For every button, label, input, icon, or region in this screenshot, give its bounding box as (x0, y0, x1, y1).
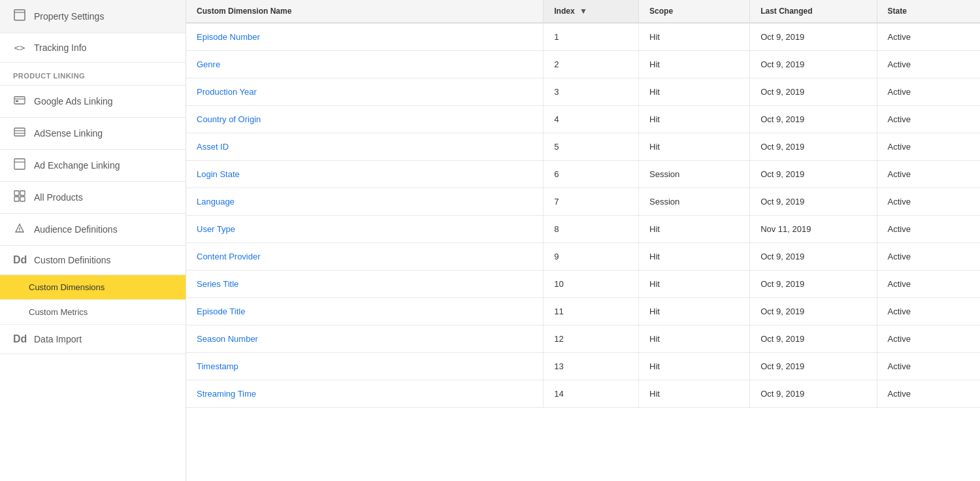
svg-rect-11 (20, 191, 25, 195)
cell-scope: Hit (639, 353, 750, 380)
sidebar-item-label: All Products (34, 192, 83, 203)
cell-name[interactable]: User Type (186, 216, 544, 243)
cell-last-changed: Oct 9, 2019 (750, 161, 877, 188)
col-header-last-changed[interactable]: Last Changed (750, 0, 877, 23)
cell-name[interactable]: Season Number (186, 325, 544, 353)
cell-scope: Hit (639, 106, 750, 133)
cell-last-changed: Oct 9, 2019 (750, 271, 877, 298)
cell-state: Active (877, 133, 980, 161)
sidebar-item-adsense-linking[interactable]: AdSense Linking (0, 118, 186, 150)
dimension-name-link[interactable]: Streaming Time (197, 389, 256, 399)
cell-name[interactable]: Timestamp (186, 353, 544, 380)
adsense-icon (13, 126, 26, 141)
sidebar-sub-item-label: Custom Metrics (29, 307, 88, 317)
dimension-name-link[interactable]: Country of Origin (197, 114, 261, 124)
cell-last-changed: Oct 9, 2019 (750, 188, 877, 216)
sidebar-item-ad-exchange-linking[interactable]: Ad Exchange Linking (0, 150, 186, 182)
col-header-scope[interactable]: Scope (639, 0, 750, 23)
sidebar-item-custom-dimensions[interactable]: Custom Dimensions (0, 275, 186, 300)
dimension-name-link[interactable]: Asset ID (197, 142, 229, 152)
cell-name[interactable]: Streaming Time (186, 380, 544, 408)
cell-scope: Session (639, 161, 750, 188)
cell-scope: Hit (639, 271, 750, 298)
cell-index: 11 (544, 298, 639, 325)
dimension-name-link[interactable]: Login State (197, 169, 240, 179)
cell-state: Active (877, 216, 980, 243)
table-row: Content Provider9HitOct 9, 2019Active (186, 243, 980, 271)
table-header-row: Custom Dimension Name Index ▼ Scope Last… (186, 0, 980, 23)
cell-name[interactable]: Content Provider (186, 243, 544, 271)
dimension-name-link[interactable]: Timestamp (197, 361, 238, 371)
table-row: Episode Number1HitOct 9, 2019Active (186, 23, 980, 51)
cell-name[interactable]: Episode Number (186, 23, 544, 51)
property-settings-icon (13, 9, 26, 24)
svg-point-15 (19, 231, 20, 232)
audience-icon (13, 222, 26, 237)
table-row: Production Year3HitOct 9, 2019Active (186, 78, 980, 106)
sidebar-item-data-import[interactable]: Dd Data Import (0, 325, 186, 354)
svg-rect-0 (14, 10, 25, 20)
cell-scope: Hit (639, 325, 750, 353)
sidebar-item-audience-definitions[interactable]: Audience Definitions (0, 214, 186, 246)
dimension-name-link[interactable]: Content Provider (197, 252, 261, 261)
cell-name[interactable]: Production Year (186, 78, 544, 106)
all-products-icon (13, 190, 26, 205)
cell-state: Active (877, 353, 980, 380)
sidebar-item-custom-definitions[interactable]: Dd Custom Definitions (0, 246, 186, 275)
cell-state: Active (877, 51, 980, 78)
table-row: Series Title10HitOct 9, 2019Active (186, 271, 980, 298)
cell-name[interactable]: Country of Origin (186, 106, 544, 133)
svg-rect-12 (14, 197, 19, 201)
cell-scope: Session (639, 188, 750, 216)
cell-last-changed: Nov 11, 2019 (750, 216, 877, 243)
sidebar-item-all-products[interactable]: All Products (0, 182, 186, 214)
cell-name[interactable]: Login State (186, 161, 544, 188)
sidebar-item-google-ads-linking[interactable]: Google Ads Linking (0, 86, 186, 118)
cell-name[interactable]: Genre (186, 51, 544, 78)
sidebar-item-label: Ad Exchange Linking (34, 160, 120, 171)
table-row: Login State6SessionOct 9, 2019Active (186, 161, 980, 188)
cell-state: Active (877, 271, 980, 298)
cell-state: Active (877, 298, 980, 325)
svg-rect-8 (14, 159, 25, 169)
dimension-name-link[interactable]: Episode Number (197, 32, 260, 42)
dimension-name-link[interactable]: User Type (197, 224, 235, 234)
dimension-name-link[interactable]: Series Title (197, 279, 238, 289)
dimension-name-link[interactable]: Season Number (197, 334, 258, 344)
cell-name[interactable]: Asset ID (186, 133, 544, 161)
cell-index: 13 (544, 353, 639, 380)
cell-name[interactable]: Language (186, 188, 544, 216)
product-linking-section: PRODUCT LINKING (0, 63, 186, 86)
table-row: Language7SessionOct 9, 2019Active (186, 188, 980, 216)
cell-last-changed: Oct 9, 2019 (750, 51, 877, 78)
dimension-name-link[interactable]: Language (197, 197, 235, 207)
table-row: Country of Origin4HitOct 9, 2019Active (186, 106, 980, 133)
sidebar-item-custom-metrics[interactable]: Custom Metrics (0, 300, 186, 325)
col-header-state[interactable]: State (877, 0, 980, 23)
table-row: Timestamp13HitOct 9, 2019Active (186, 353, 980, 380)
dimension-name-link[interactable]: Episode Title (197, 307, 245, 316)
cell-name[interactable]: Episode Title (186, 298, 544, 325)
cell-last-changed: Oct 9, 2019 (750, 353, 877, 380)
cell-last-changed: Oct 9, 2019 (750, 298, 877, 325)
sidebar-item-property-settings[interactable]: Property Settings (0, 0, 186, 33)
cell-scope: Hit (639, 23, 750, 51)
cell-name[interactable]: Series Title (186, 271, 544, 298)
cell-scope: Hit (639, 298, 750, 325)
sidebar-item-tracking-info[interactable]: <> Tracking Info (0, 33, 186, 63)
cell-last-changed: Oct 9, 2019 (750, 133, 877, 161)
cell-index: 9 (544, 243, 639, 271)
cell-index: 5 (544, 133, 639, 161)
main-content: Custom Dimension Name Index ▼ Scope Last… (186, 0, 980, 481)
dimension-name-link[interactable]: Production Year (197, 87, 257, 97)
col-header-name[interactable]: Custom Dimension Name (186, 0, 544, 23)
dimension-name-link[interactable]: Genre (197, 59, 220, 69)
cell-last-changed: Oct 9, 2019 (750, 78, 877, 106)
sidebar-item-label: Property Settings (34, 11, 104, 22)
svg-rect-4 (16, 101, 18, 103)
custom-definitions-icon: Dd (13, 254, 26, 266)
cell-state: Active (877, 243, 980, 271)
cell-state: Active (877, 188, 980, 216)
ad-exchange-icon (13, 158, 26, 173)
col-header-index[interactable]: Index ▼ (544, 0, 639, 23)
